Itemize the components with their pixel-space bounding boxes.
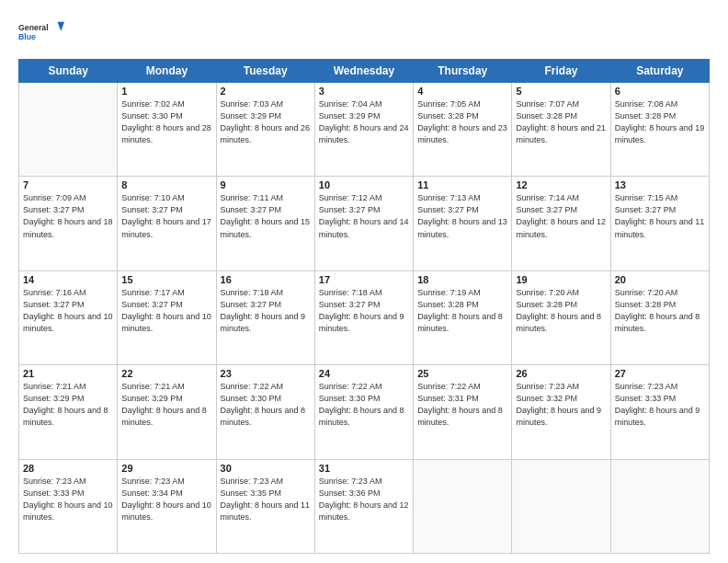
calendar-cell-3-3: 24 Sunrise: 7:22 AMSunset: 3:30 PMDaylig… — [314, 365, 413, 459]
calendar-cell-0-2: 2 Sunrise: 7:03 AMSunset: 3:29 PMDayligh… — [216, 83, 314, 177]
calendar-cell-3-0: 21 Sunrise: 7:21 AMSunset: 3:29 PMDaylig… — [19, 365, 118, 459]
svg-marker-2 — [58, 22, 65, 31]
day-number: 19 — [516, 274, 606, 285]
day-number: 11 — [417, 179, 507, 190]
header: General Blue — [18, 15, 710, 50]
day-number: 20 — [615, 274, 705, 285]
day-number: 28 — [23, 463, 113, 474]
calendar-cell-3-1: 22 Sunrise: 7:21 AMSunset: 3:29 PMDaylig… — [118, 365, 216, 459]
week-row-2: 7 Sunrise: 7:09 AMSunset: 3:27 PMDayligh… — [19, 177, 710, 270]
day-info: Sunrise: 7:20 AMSunset: 3:28 PMDaylight:… — [516, 288, 601, 333]
day-number: 4 — [417, 86, 507, 97]
day-info: Sunrise: 7:23 AMSunset: 3:36 PMDaylight:… — [319, 477, 409, 522]
day-info: Sunrise: 7:14 AMSunset: 3:27 PMDaylight:… — [516, 193, 606, 238]
calendar-cell-2-5: 19 Sunrise: 7:20 AMSunset: 3:28 PMDaylig… — [512, 270, 610, 364]
day-number: 23 — [221, 368, 311, 379]
week-row-1: 1 Sunrise: 7:02 AMSunset: 3:30 PMDayligh… — [19, 83, 710, 177]
day-number: 1 — [121, 86, 211, 97]
day-number: 18 — [417, 274, 507, 285]
day-info: Sunrise: 7:15 AMSunset: 3:27 PMDaylight:… — [615, 193, 705, 238]
day-info: Sunrise: 7:18 AMSunset: 3:27 PMDaylight:… — [221, 288, 306, 333]
day-info: Sunrise: 7:16 AMSunset: 3:27 PMDaylight:… — [23, 288, 113, 333]
weekday-friday: Friday — [512, 60, 610, 83]
day-info: Sunrise: 7:04 AMSunset: 3:29 PMDaylight:… — [319, 99, 409, 144]
calendar-cell-0-4: 4 Sunrise: 7:05 AMSunset: 3:28 PMDayligh… — [414, 83, 512, 177]
day-number: 31 — [319, 463, 409, 474]
weekday-monday: Monday — [118, 60, 216, 83]
calendar-cell-0-6: 6 Sunrise: 7:08 AMSunset: 3:28 PMDayligh… — [610, 83, 709, 177]
logo-svg: General Blue — [18, 15, 64, 50]
day-info: Sunrise: 7:23 AMSunset: 3:32 PMDaylight:… — [516, 382, 601, 427]
day-info: Sunrise: 7:23 AMSunset: 3:34 PMDaylight:… — [121, 477, 211, 522]
day-info: Sunrise: 7:23 AMSunset: 3:33 PMDaylight:… — [23, 477, 113, 522]
day-number: 22 — [121, 368, 211, 379]
week-row-4: 21 Sunrise: 7:21 AMSunset: 3:29 PMDaylig… — [19, 365, 710, 459]
day-info: Sunrise: 7:07 AMSunset: 3:28 PMDaylight:… — [516, 99, 606, 144]
calendar-cell-3-6: 27 Sunrise: 7:23 AMSunset: 3:33 PMDaylig… — [610, 365, 709, 459]
day-info: Sunrise: 7:19 AMSunset: 3:28 PMDaylight:… — [417, 288, 503, 333]
calendar-cell-1-2: 9 Sunrise: 7:11 AMSunset: 3:27 PMDayligh… — [216, 177, 314, 270]
svg-text:Blue: Blue — [18, 32, 36, 41]
logo: General Blue — [18, 15, 64, 50]
calendar-cell-4-5 — [512, 459, 610, 553]
week-row-3: 14 Sunrise: 7:16 AMSunset: 3:27 PMDaylig… — [19, 270, 710, 364]
day-number: 29 — [121, 463, 211, 474]
day-number: 5 — [516, 86, 606, 97]
svg-text:General: General — [18, 23, 49, 32]
day-info: Sunrise: 7:05 AMSunset: 3:28 PMDaylight:… — [417, 99, 507, 144]
calendar-cell-2-4: 18 Sunrise: 7:19 AMSunset: 3:28 PMDaylig… — [414, 270, 512, 364]
day-number: 14 — [23, 274, 113, 285]
day-info: Sunrise: 7:11 AMSunset: 3:27 PMDaylight:… — [221, 193, 311, 238]
day-info: Sunrise: 7:21 AMSunset: 3:29 PMDaylight:… — [121, 382, 207, 427]
day-number: 9 — [221, 179, 311, 190]
calendar-cell-1-1: 8 Sunrise: 7:10 AMSunset: 3:27 PMDayligh… — [118, 177, 216, 270]
day-info: Sunrise: 7:08 AMSunset: 3:28 PMDaylight:… — [615, 99, 705, 144]
weekday-wednesday: Wednesday — [314, 60, 413, 83]
day-number: 13 — [615, 179, 705, 190]
day-info: Sunrise: 7:21 AMSunset: 3:29 PMDaylight:… — [23, 382, 108, 427]
calendar-cell-2-0: 14 Sunrise: 7:16 AMSunset: 3:27 PMDaylig… — [19, 270, 118, 364]
weekday-tuesday: Tuesday — [216, 60, 314, 83]
day-info: Sunrise: 7:23 AMSunset: 3:33 PMDaylight:… — [615, 382, 700, 427]
calendar-cell-0-3: 3 Sunrise: 7:04 AMSunset: 3:29 PMDayligh… — [314, 83, 413, 177]
calendar-cell-1-6: 13 Sunrise: 7:15 AMSunset: 3:27 PMDaylig… — [610, 177, 709, 270]
day-number: 17 — [319, 274, 409, 285]
calendar-cell-3-5: 26 Sunrise: 7:23 AMSunset: 3:32 PMDaylig… — [512, 365, 610, 459]
day-info: Sunrise: 7:22 AMSunset: 3:30 PMDaylight:… — [221, 382, 306, 427]
day-number: 27 — [615, 368, 705, 379]
calendar-cell-4-4 — [414, 459, 512, 553]
calendar-cell-4-3: 31 Sunrise: 7:23 AMSunset: 3:36 PMDaylig… — [314, 459, 413, 553]
day-info: Sunrise: 7:20 AMSunset: 3:28 PMDaylight:… — [615, 288, 700, 333]
day-number: 10 — [319, 179, 409, 190]
calendar-cell-1-4: 11 Sunrise: 7:13 AMSunset: 3:27 PMDaylig… — [414, 177, 512, 270]
calendar-cell-4-1: 29 Sunrise: 7:23 AMSunset: 3:34 PMDaylig… — [118, 459, 216, 553]
day-info: Sunrise: 7:12 AMSunset: 3:27 PMDaylight:… — [319, 193, 409, 238]
weekday-header-row: SundayMondayTuesdayWednesdayThursdayFrid… — [19, 60, 710, 83]
day-number: 3 — [319, 86, 409, 97]
day-number: 25 — [417, 368, 507, 379]
page: General Blue SundayMondayTuesdayWednesda… — [0, 0, 728, 563]
day-info: Sunrise: 7:09 AMSunset: 3:27 PMDaylight:… — [23, 193, 113, 238]
weekday-thursday: Thursday — [414, 60, 512, 83]
day-number: 8 — [121, 179, 211, 190]
calendar-cell-4-2: 30 Sunrise: 7:23 AMSunset: 3:35 PMDaylig… — [216, 459, 314, 553]
day-number: 6 — [615, 86, 705, 97]
calendar-cell-3-2: 23 Sunrise: 7:22 AMSunset: 3:30 PMDaylig… — [216, 365, 314, 459]
day-number: 30 — [221, 463, 311, 474]
calendar-cell-2-3: 17 Sunrise: 7:18 AMSunset: 3:27 PMDaylig… — [314, 270, 413, 364]
day-number: 2 — [221, 86, 311, 97]
calendar-cell-0-5: 5 Sunrise: 7:07 AMSunset: 3:28 PMDayligh… — [512, 83, 610, 177]
day-number: 21 — [23, 368, 113, 379]
day-info: Sunrise: 7:18 AMSunset: 3:27 PMDaylight:… — [319, 288, 404, 333]
calendar-cell-3-4: 25 Sunrise: 7:22 AMSunset: 3:31 PMDaylig… — [414, 365, 512, 459]
day-number: 26 — [516, 368, 606, 379]
day-number: 12 — [516, 179, 606, 190]
day-info: Sunrise: 7:13 AMSunset: 3:27 PMDaylight:… — [417, 193, 507, 238]
week-row-5: 28 Sunrise: 7:23 AMSunset: 3:33 PMDaylig… — [19, 459, 710, 553]
day-info: Sunrise: 7:22 AMSunset: 3:30 PMDaylight:… — [319, 382, 404, 427]
calendar-table: SundayMondayTuesdayWednesdayThursdayFrid… — [18, 59, 710, 554]
day-info: Sunrise: 7:03 AMSunset: 3:29 PMDaylight:… — [221, 99, 311, 144]
calendar-cell-1-5: 12 Sunrise: 7:14 AMSunset: 3:27 PMDaylig… — [512, 177, 610, 270]
calendar-cell-0-1: 1 Sunrise: 7:02 AMSunset: 3:30 PMDayligh… — [118, 83, 216, 177]
day-info: Sunrise: 7:23 AMSunset: 3:35 PMDaylight:… — [221, 477, 311, 522]
